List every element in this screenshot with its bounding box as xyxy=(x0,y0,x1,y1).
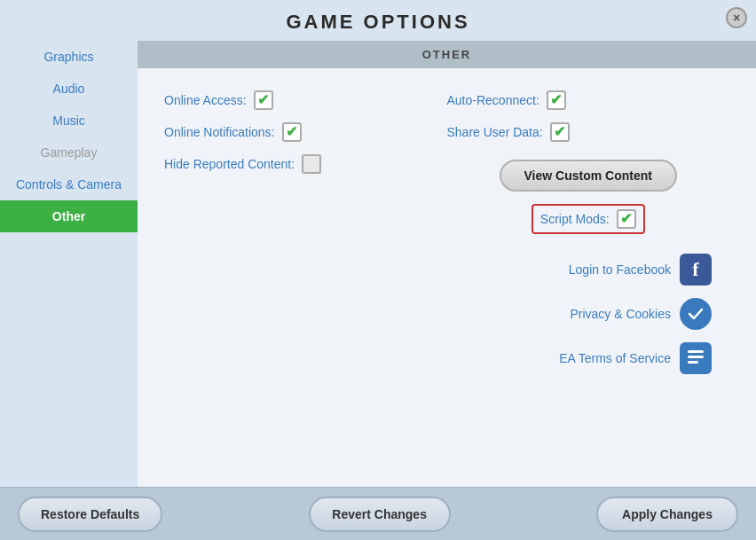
check-icon: ✔ xyxy=(286,125,297,139)
check-icon: ✔ xyxy=(620,212,632,226)
sidebar-item-controls-camera[interactable]: Controls & Camera xyxy=(0,168,138,200)
bottom-bar: Restore Defaults Revert Changes Apply Ch… xyxy=(0,487,756,540)
hide-reported-content-label: Hide Reported Content: xyxy=(164,157,295,171)
privacy-cookies-row: Privacy & Cookies xyxy=(447,298,730,330)
revert-changes-button[interactable]: Revert Changes xyxy=(309,497,451,532)
game-options-window: Game Options × Graphics Audio Music Game… xyxy=(0,0,756,540)
login-facebook-label: Login to Facebook xyxy=(569,262,671,277)
options-columns: Online Access: ✔ Online Notifications: ✔ xyxy=(164,86,729,469)
auto-reconnect-label: Auto-Reconnect: xyxy=(447,93,539,107)
svg-rect-5 xyxy=(688,361,698,364)
ea-terms-row: EA Terms of Service xyxy=(447,342,730,374)
check-icon: ✔ xyxy=(554,125,565,139)
login-facebook-row: Login to Facebook f xyxy=(447,254,730,286)
privacy-cookies-label: Privacy & Cookies xyxy=(570,307,671,321)
page-title: Game Options xyxy=(0,11,756,34)
right-options-column: Auto-Reconnect: ✔ Share User Data: ✔ xyxy=(447,86,730,469)
script-mods-label: Script Mods: xyxy=(540,212,610,226)
left-options-column: Online Access: ✔ Online Notifications: ✔ xyxy=(164,86,447,469)
sidebar-item-music[interactable]: Music xyxy=(0,105,138,137)
content-area: Other Online Access: ✔ Online Notificati… xyxy=(138,41,756,487)
online-access-label: Online Access: xyxy=(164,93,247,107)
auto-reconnect-checkbox[interactable]: ✔ xyxy=(547,90,566,110)
terms-icon[interactable] xyxy=(680,342,712,374)
online-notifications-label: Online Notifications: xyxy=(164,125,275,139)
online-notifications-row: Online Notifications: ✔ xyxy=(164,122,447,142)
online-access-row: Online Access: ✔ xyxy=(164,90,447,110)
sidebar-item-graphics[interactable]: Graphics xyxy=(0,41,138,73)
view-custom-content-button[interactable]: View Custom Content xyxy=(500,160,677,192)
check-icon: ✔ xyxy=(550,93,562,107)
main-content: Graphics Audio Music Gameplay Controls &… xyxy=(0,41,756,487)
title-bar: Game Options × xyxy=(0,0,756,41)
section-header: Other xyxy=(138,41,756,68)
hide-reported-content-row: Hide Reported Content: xyxy=(164,154,447,174)
online-notifications-checkbox[interactable]: ✔ xyxy=(282,122,302,142)
sidebar-item-other[interactable]: Other xyxy=(0,200,138,232)
svg-rect-4 xyxy=(688,356,704,358)
check-icon: ✔ xyxy=(257,93,269,107)
sidebar-item-gameplay: Gameplay xyxy=(0,137,138,168)
hide-reported-content-checkbox[interactable] xyxy=(302,154,321,174)
share-user-data-row: Share User Data: ✔ xyxy=(447,122,570,142)
share-user-data-label: Share User Data: xyxy=(447,125,543,139)
online-access-checkbox[interactable]: ✔ xyxy=(254,90,273,110)
share-user-data-checkbox[interactable]: ✔ xyxy=(550,122,570,142)
ea-terms-label: EA Terms of Service xyxy=(559,351,671,365)
script-mods-row: Script Mods: ✔ xyxy=(532,204,645,234)
apply-changes-button[interactable]: Apply Changes xyxy=(596,497,738,532)
content-body: Online Access: ✔ Online Notifications: ✔ xyxy=(138,68,756,487)
sidebar-item-audio[interactable]: Audio xyxy=(0,73,138,105)
script-mods-checkbox[interactable]: ✔ xyxy=(617,209,636,229)
facebook-icon[interactable]: f xyxy=(680,254,712,286)
sidebar: Graphics Audio Music Gameplay Controls &… xyxy=(0,41,138,487)
close-button[interactable]: × xyxy=(726,7,747,28)
auto-reconnect-row: Auto-Reconnect: ✔ xyxy=(447,90,566,110)
restore-defaults-button[interactable]: Restore Defaults xyxy=(18,497,162,532)
svg-rect-3 xyxy=(688,350,704,353)
privacy-icon[interactable] xyxy=(680,298,712,330)
